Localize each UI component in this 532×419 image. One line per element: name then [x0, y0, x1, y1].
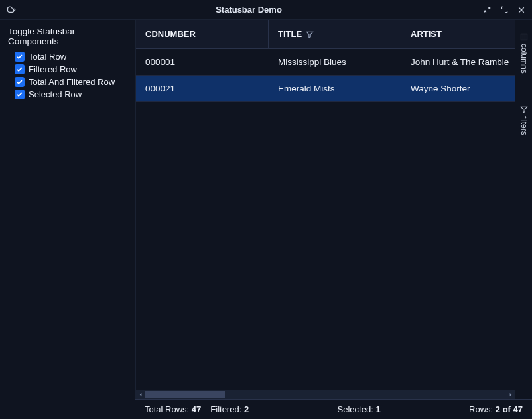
maximize-icon[interactable] [499, 5, 509, 15]
columns-icon [520, 33, 528, 41]
toggle-filtered-row[interactable]: Filtered Row [8, 63, 127, 76]
table-row[interactable]: 000001 Mississippi Blues John Hurt & The… [136, 49, 515, 76]
status-selected: Selected: 1 [338, 404, 381, 414]
status-rows: Rows: 2 of 47 [469, 404, 523, 414]
sidebar: Toggle Statusbar Components Total Row Fi… [0, 20, 135, 399]
status-total-value: 47 [192, 404, 201, 414]
close-icon[interactable] [516, 5, 527, 15]
main-area: Toggle Statusbar Components Total Row Fi… [0, 20, 532, 399]
right-tool-strip: columns filters [515, 20, 532, 399]
checkbox-label: Total Row [29, 52, 66, 62]
status-rows-label: Rows: [469, 404, 493, 414]
status-total: Total Rows: 47 [145, 404, 201, 414]
status-rows-value: 2 of 47 [496, 404, 523, 414]
table-region: CDNUMBER TITLE ARTIST 000001 Mississippi… [135, 20, 515, 399]
checkbox-label: Total And Filtered Row [29, 77, 115, 87]
scroll-track[interactable] [145, 391, 505, 398]
cell-title: Mississippi Blues [269, 57, 401, 67]
column-header-cdnumber[interactable]: CDNUMBER [136, 20, 269, 48]
cell-artist: John Hurt & The Ramble [401, 57, 515, 67]
tab-filters[interactable]: filters [519, 105, 529, 135]
column-header-title[interactable]: TITLE [269, 20, 401, 48]
checkbox-icon [15, 90, 25, 99]
scroll-thumb[interactable] [145, 391, 225, 398]
column-header-artist[interactable]: ARTIST [401, 20, 515, 48]
cell-cdnumber: 000021 [136, 84, 269, 93]
checkbox-label: Filtered Row [29, 64, 77, 74]
column-label: TITLE [278, 29, 302, 39]
table-row[interactable]: 000021 Emerald Mists Wayne Shorter [136, 76, 515, 102]
restore-icon[interactable] [482, 5, 492, 15]
status-filtered-label: Filtered: [210, 404, 241, 414]
cell-title: Emerald Mists [269, 84, 401, 93]
scroll-left-icon[interactable] [136, 390, 145, 399]
svg-rect-0 [521, 34, 527, 40]
status-filtered-value: 2 [244, 404, 249, 414]
status-selected-value: 1 [375, 404, 380, 414]
toggle-selected-row[interactable]: Selected Row [8, 88, 127, 101]
status-total-label: Total Rows: [145, 404, 189, 414]
status-selected-label: Selected: [338, 404, 373, 414]
scroll-right-icon[interactable] [505, 390, 515, 399]
window-title: Statusbar Demo [16, 5, 482, 15]
column-label: ARTIST [411, 29, 442, 39]
checkbox-icon [15, 52, 25, 62]
checkbox-icon [15, 77, 25, 87]
table-body: 000001 Mississippi Blues John Hurt & The… [136, 49, 515, 390]
toggle-total-and-filtered-row[interactable]: Total And Filtered Row [8, 76, 127, 88]
funnel-icon [520, 105, 528, 113]
toggle-total-row[interactable]: Total Row [8, 50, 127, 63]
cell-artist: Wayne Shorter [401, 84, 515, 93]
tab-columns[interactable]: columns [519, 33, 529, 74]
app-icon [5, 5, 16, 15]
tab-label: filters [519, 116, 529, 135]
column-label: CDNUMBER [145, 29, 196, 39]
sidebar-heading: Toggle Statusbar Components [8, 27, 127, 46]
tab-label: columns [519, 44, 529, 74]
table-header: CDNUMBER TITLE ARTIST [136, 20, 515, 49]
statusbar: Total Rows: 47 Filtered: 2 Selected: 1 R… [135, 399, 532, 419]
titlebar: Statusbar Demo [0, 0, 532, 20]
funnel-icon[interactable] [306, 30, 314, 38]
checkbox-label: Selected Row [29, 90, 82, 99]
cell-cdnumber: 000001 [136, 57, 269, 67]
status-filtered: Filtered: 2 [210, 404, 249, 414]
horizontal-scrollbar[interactable] [136, 390, 515, 399]
checkbox-icon [15, 64, 25, 74]
